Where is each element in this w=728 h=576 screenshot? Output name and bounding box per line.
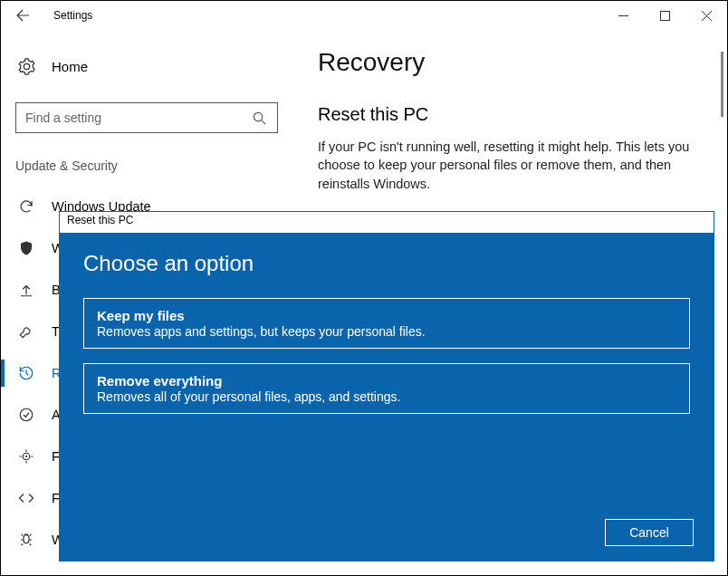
maximize-icon	[660, 11, 670, 21]
section-header: Update & Security	[15, 158, 285, 173]
search-input[interactable]: Find a setting	[15, 102, 278, 133]
page-title: Recovery	[318, 48, 702, 77]
minimize-button[interactable]	[602, 1, 644, 30]
check-circle-icon	[15, 407, 37, 423]
option-remove-everything[interactable]: Remove everything Removes all of your pe…	[83, 363, 690, 414]
search-icon	[250, 111, 268, 125]
cancel-button[interactable]: Cancel	[605, 519, 694, 546]
dialog-body: Choose an option Keep my files Removes a…	[60, 233, 714, 561]
close-button[interactable]	[685, 1, 727, 30]
window-title: Settings	[53, 9, 92, 22]
history-icon	[15, 365, 37, 381]
option-keep-my-files[interactable]: Keep my files Removes apps and settings,…	[83, 298, 690, 349]
option-title: Remove everything	[97, 373, 676, 389]
gear-icon	[15, 58, 37, 75]
svg-point-1	[254, 112, 262, 120]
minimize-icon	[618, 11, 628, 21]
cancel-label: Cancel	[629, 525, 669, 540]
svg-point-3	[25, 456, 27, 457]
code-icon	[15, 490, 37, 506]
svg-point-2	[20, 408, 33, 421]
titlebar: Settings	[1, 1, 727, 30]
wrench-icon	[15, 323, 37, 340]
option-title: Keep my files	[97, 308, 676, 323]
window-controls	[602, 1, 727, 30]
close-icon	[702, 11, 712, 21]
bug-icon	[15, 532, 37, 548]
section-subtitle: Reset this PC	[318, 104, 702, 125]
location-icon	[15, 448, 37, 465]
option-desc: Removes all of your personal files, apps…	[97, 389, 676, 404]
section-description: If your PC isn't running well, resetting…	[318, 138, 702, 193]
home-label: Home	[52, 59, 88, 74]
reset-pc-dialog: Reset this PC Choose an option Keep my f…	[59, 211, 714, 562]
scrollbar[interactable]	[721, 52, 723, 117]
arrow-left-icon	[15, 8, 30, 23]
home-nav-item[interactable]: Home	[15, 48, 285, 84]
svg-rect-0	[660, 11, 669, 20]
option-desc: Removes apps and settings, but keeps you…	[97, 324, 676, 339]
shield-icon	[15, 240, 37, 256]
sync-icon	[15, 198, 37, 215]
maximize-button[interactable]	[644, 1, 685, 30]
dialog-title: Reset this PC	[60, 212, 714, 233]
backup-icon	[15, 282, 37, 298]
search-placeholder: Find a setting	[25, 110, 250, 125]
back-button[interactable]	[6, 1, 39, 30]
dialog-heading: Choose an option	[83, 251, 690, 276]
